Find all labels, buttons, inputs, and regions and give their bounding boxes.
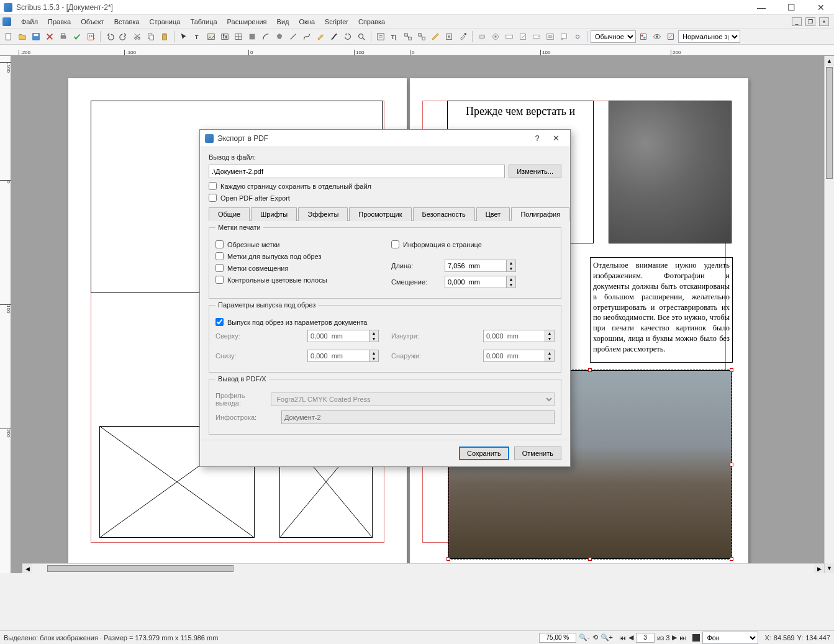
menu-windows[interactable]: Окна	[294, 17, 320, 27]
checkbox-bleed-marks[interactable]	[215, 252, 224, 260]
mdi-restore[interactable]: ❐	[805, 17, 815, 26]
scroll-left-icon[interactable]: ◀	[22, 564, 32, 573]
view-quality-select[interactable]: Обычное	[591, 30, 636, 43]
output-file-input[interactable]	[209, 165, 505, 178]
copy-icon[interactable]	[145, 30, 157, 43]
offset-input[interactable]	[445, 276, 507, 288]
length-input[interactable]	[445, 260, 507, 272]
scroll-thumb[interactable]	[47, 565, 233, 572]
spin-down-icon[interactable]: ▼	[507, 266, 515, 271]
line-icon[interactable]	[287, 30, 299, 43]
next-page-icon[interactable]: ▶	[672, 633, 677, 642]
menu-page[interactable]: Страница	[145, 17, 186, 27]
freehand-icon[interactable]	[314, 30, 327, 43]
pdf-annot-icon[interactable]	[558, 30, 570, 43]
image-frame[interactable]	[609, 101, 732, 243]
pdf-combo-icon[interactable]	[530, 30, 543, 43]
vision-mode-select[interactable]: Нормальное зрение	[678, 30, 740, 43]
preflight-icon[interactable]	[71, 30, 83, 43]
tab-general[interactable]: Общие	[209, 207, 250, 221]
zoom-out-icon[interactable]: 🔍-	[579, 633, 590, 642]
preview-icon[interactable]	[651, 30, 663, 43]
export-pdf-icon[interactable]: PDF	[84, 30, 97, 43]
tab-viewer[interactable]: Просмотрщик	[349, 207, 411, 221]
menu-scripter[interactable]: Scripter	[320, 17, 353, 27]
checkbox-crop-marks[interactable]	[215, 240, 224, 248]
checkbox-open-after[interactable]	[209, 194, 217, 202]
tab-prepress[interactable]: Полиграфия	[511, 207, 569, 221]
checkbox-color-bars[interactable]	[215, 276, 224, 284]
last-page-icon[interactable]: ⏭	[679, 634, 686, 642]
prev-page-icon[interactable]: ◀	[628, 633, 633, 642]
rotate-icon[interactable]	[342, 30, 354, 43]
zoom-reset-icon[interactable]: ⟲	[592, 633, 598, 642]
toggle-cms-icon[interactable]	[637, 30, 650, 43]
pdf-text-icon[interactable]	[503, 30, 515, 43]
new-icon[interactable]	[2, 30, 15, 43]
copy-props-icon[interactable]	[443, 30, 455, 43]
spin-up-icon[interactable]: ▲	[507, 276, 515, 282]
edit-text-icon[interactable]: T|	[388, 30, 401, 43]
scroll-right-icon[interactable]: ▶	[814, 564, 824, 573]
scrollbar-vertical[interactable]: ▲ ▼	[824, 56, 834, 573]
edit-contents-icon[interactable]	[374, 30, 387, 43]
zoom-in-icon[interactable]: 🔍+	[601, 633, 613, 642]
open-icon[interactable]	[16, 30, 29, 43]
redo-icon[interactable]	[117, 30, 130, 43]
menu-view[interactable]: Вид	[272, 17, 294, 27]
menu-help[interactable]: Справка	[353, 17, 390, 27]
menu-insert[interactable]: Вставка	[109, 17, 145, 27]
zoom-input[interactable]	[539, 633, 576, 643]
save-button[interactable]: Сохранить	[459, 447, 509, 460]
checkbox-registration-marks[interactable]	[215, 264, 224, 272]
change-file-button[interactable]: Изменить...	[509, 165, 561, 178]
zoom-icon[interactable]	[355, 30, 368, 43]
image-frame-icon[interactable]	[205, 30, 217, 43]
tab-security[interactable]: Безопасность	[413, 207, 475, 221]
unlink-frames-icon[interactable]	[415, 30, 428, 43]
close-doc-icon[interactable]	[43, 30, 56, 43]
render-frame-icon[interactable]: fx	[219, 30, 231, 43]
pdf-radio-icon[interactable]	[489, 30, 502, 43]
edit-in-preview-icon[interactable]	[664, 30, 677, 43]
scroll-thumb[interactable]	[826, 67, 833, 179]
cancel-button[interactable]: Отменить	[514, 447, 561, 460]
paste-icon[interactable]	[158, 30, 171, 43]
window-close[interactable]: ✕	[812, 1, 830, 14]
page-input[interactable]	[636, 633, 655, 643]
text-frame-icon[interactable]: T	[191, 30, 204, 43]
pdf-button-icon[interactable]	[476, 30, 488, 43]
scroll-down-icon[interactable]: ▼	[825, 563, 834, 573]
scroll-up-icon[interactable]: ▲	[825, 56, 834, 66]
window-minimize[interactable]: —	[752, 1, 771, 14]
link-frames-icon[interactable]	[402, 30, 414, 43]
bezier-icon[interactable]	[301, 30, 313, 43]
shape-icon[interactable]	[246, 30, 258, 43]
cut-icon[interactable]	[131, 30, 143, 43]
menu-object[interactable]: Объект	[76, 17, 109, 27]
dialog-close-button[interactable]: ✕	[546, 132, 565, 145]
print-icon[interactable]	[57, 30, 70, 43]
polygon-icon[interactable]	[273, 30, 286, 43]
checkbox-use-doc-bleed[interactable]	[215, 318, 224, 326]
menu-edit[interactable]: Правка	[43, 17, 76, 27]
dialog-help-button[interactable]: ?	[528, 132, 546, 145]
window-maximize[interactable]: ☐	[782, 1, 800, 14]
pdf-check-icon[interactable]	[517, 30, 529, 43]
checkbox-page-info[interactable]	[391, 240, 399, 248]
tab-effects[interactable]: Эффекты	[298, 207, 348, 221]
select-icon[interactable]	[178, 30, 190, 43]
menu-extensions[interactable]: Расширения	[222, 17, 272, 27]
undo-icon[interactable]	[104, 30, 116, 43]
checkbox-separate-pages[interactable]	[209, 182, 217, 190]
spin-down-icon[interactable]: ▼	[507, 282, 515, 288]
mdi-minimize[interactable]: _	[792, 17, 802, 26]
eyedropper-icon[interactable]	[456, 30, 469, 43]
menu-file[interactable]: Файл	[16, 17, 43, 27]
arc-icon[interactable]	[260, 30, 272, 43]
mdi-close[interactable]: ×	[819, 17, 829, 26]
first-page-icon[interactable]: ⏮	[619, 634, 626, 642]
pdf-link-icon[interactable]	[571, 30, 584, 43]
calligraphy-icon[interactable]	[328, 30, 340, 43]
measure-icon[interactable]	[429, 30, 442, 43]
